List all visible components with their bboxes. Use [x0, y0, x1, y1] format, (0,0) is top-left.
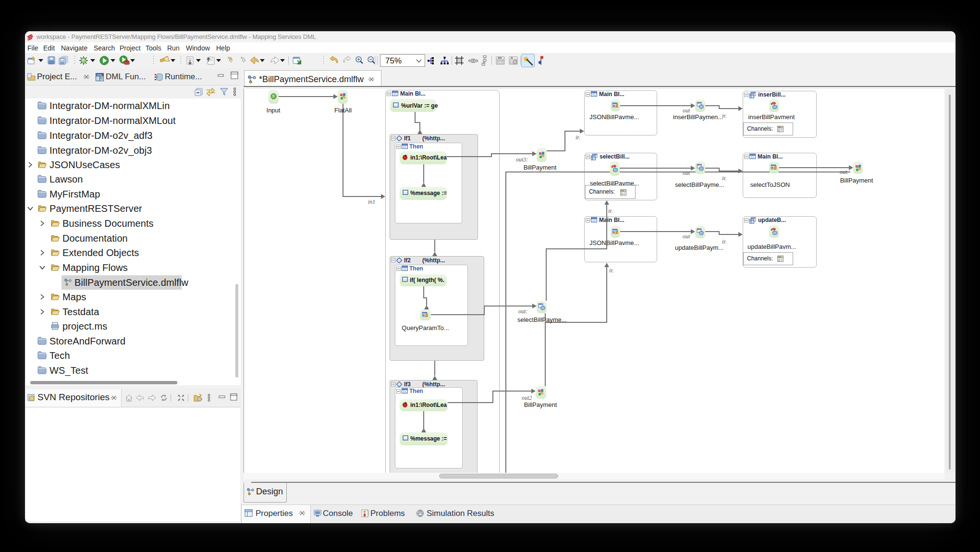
svg-text:DML: DML: [97, 74, 103, 76]
svg-text:SVN: SVN: [198, 398, 202, 401]
